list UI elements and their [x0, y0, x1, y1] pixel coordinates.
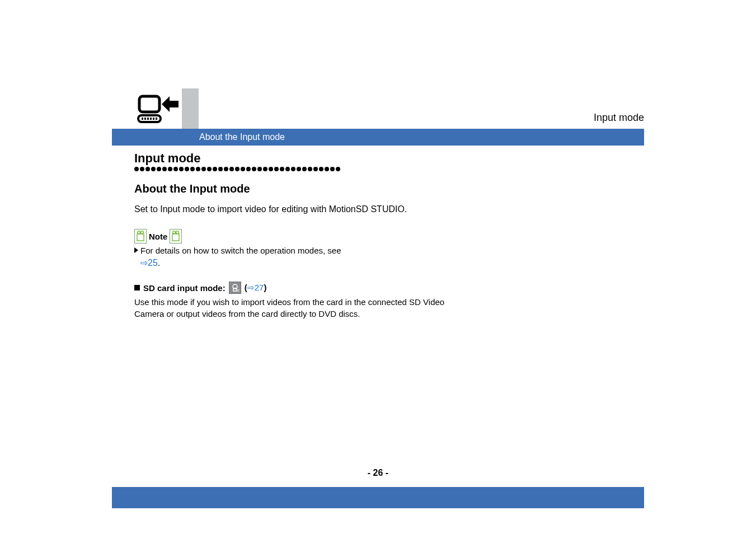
sd-card-icon: SD	[229, 282, 241, 294]
page-27-link[interactable]: ⇨27	[247, 283, 264, 292]
note-label: Note	[149, 232, 167, 241]
clip-note-icon	[170, 229, 182, 243]
note-period: .	[158, 258, 160, 268]
svg-rect-2	[142, 118, 143, 120]
svg-rect-6	[153, 118, 154, 120]
note-link-row: ⇨25.	[140, 257, 448, 268]
svg-rect-4	[147, 118, 149, 120]
svg-point-9	[141, 231, 144, 234]
svg-point-8	[138, 231, 140, 234]
triangle-bullet-icon	[134, 247, 138, 253]
footer-blue-bar	[112, 487, 644, 508]
note-row: Note	[134, 229, 448, 243]
svg-point-12	[176, 231, 179, 234]
svg-rect-10	[137, 234, 144, 241]
svg-text:SD: SD	[237, 289, 240, 292]
page-25-link[interactable]: ⇨25	[140, 258, 158, 268]
svg-rect-5	[150, 118, 152, 120]
header-right-label: Input mode	[594, 112, 644, 124]
intro-paragraph: Set to Input mode to import video for ed…	[134, 203, 448, 216]
section-title: Input mode	[134, 151, 448, 166]
paren-close: )	[264, 283, 266, 292]
svg-rect-7	[156, 118, 157, 120]
gray-divider-block	[182, 88, 199, 129]
clip-note-icon	[134, 229, 147, 243]
sd-body-text: Use this mode if you wish to import vide…	[134, 296, 448, 320]
note-detail-body: For details on how to switch the operati…	[140, 246, 341, 255]
header-blue-bar: About the Input mode	[112, 129, 644, 146]
page-root: Input mode About the Input mode Input mo…	[0, 0, 756, 534]
decorative-dot-row	[134, 167, 448, 172]
monitor-transfer-icon	[133, 92, 184, 126]
sd-link-group: (⇨27)	[245, 283, 267, 293]
header-region: Input mode About the Input mode	[0, 0, 756, 146]
svg-point-11	[173, 231, 176, 234]
svg-rect-13	[172, 234, 179, 241]
page-number: - 26 -	[0, 468, 756, 478]
svg-rect-0	[139, 96, 159, 112]
sub-title: About the Input mode	[134, 182, 448, 195]
square-bullet-icon	[134, 285, 140, 291]
note-detail-row: For details on how to switch the operati…	[134, 245, 448, 256]
content-area: Input mode About the Input mode Set to I…	[134, 151, 448, 320]
sd-heading-text: SD card input mode:	[143, 283, 226, 293]
header-bar-text: About the Input mode	[199, 132, 285, 142]
svg-rect-3	[144, 118, 146, 120]
note-detail-text: For details on how to switch the operati…	[140, 245, 341, 256]
sd-heading-row: SD card input mode: SD (⇨27)	[134, 282, 448, 294]
